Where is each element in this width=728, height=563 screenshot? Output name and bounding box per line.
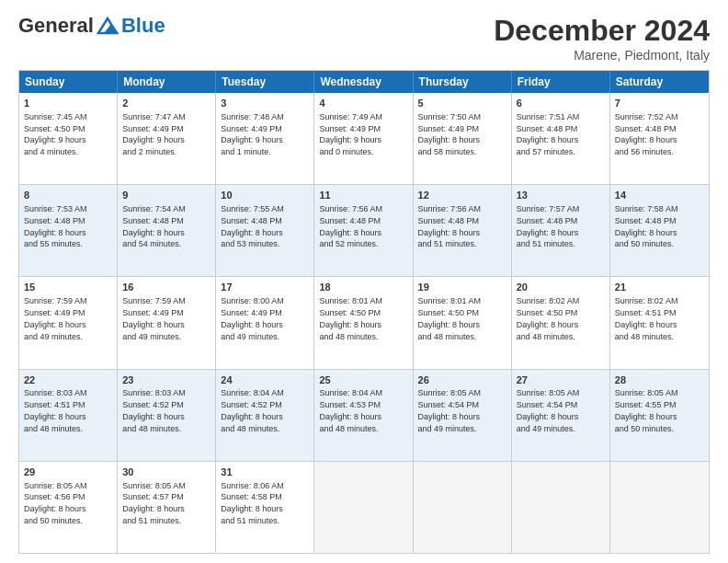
day-info: Sunrise: 7:56 AMSunset: 4:48 PMDaylight:… xyxy=(319,204,382,248)
day-cell-5: 5Sunrise: 7:50 AMSunset: 4:49 PMDaylight… xyxy=(414,93,512,184)
calendar-row-4: 22Sunrise: 8:03 AMSunset: 4:51 PMDayligh… xyxy=(19,369,709,461)
day-number: 29 xyxy=(24,465,112,479)
day-cell-19: 19Sunrise: 8:01 AMSunset: 4:50 PMDayligh… xyxy=(414,277,512,368)
day-cell-30: 30Sunrise: 8:05 AMSunset: 4:57 PMDayligh… xyxy=(118,462,216,553)
day-cell-20: 20Sunrise: 8:02 AMSunset: 4:50 PMDayligh… xyxy=(512,277,610,368)
day-number: 15 xyxy=(24,281,112,294)
calendar-header: SundayMondayTuesdayWednesdayThursdayFrid… xyxy=(19,71,709,93)
day-number: 3 xyxy=(221,97,309,110)
day-info: Sunrise: 7:53 AMSunset: 4:48 PMDaylight:… xyxy=(24,204,87,248)
day-info: Sunrise: 7:47 AMSunset: 4:49 PMDaylight:… xyxy=(122,112,186,156)
day-info: Sunrise: 7:58 AMSunset: 4:48 PMDaylight:… xyxy=(615,204,678,248)
page: General Blue December 2024 Marene, Piedm… xyxy=(0,0,728,563)
day-number: 8 xyxy=(24,189,112,202)
day-cell-25: 25Sunrise: 8:04 AMSunset: 4:53 PMDayligh… xyxy=(314,370,413,461)
day-info: Sunrise: 7:50 AMSunset: 4:49 PMDaylight:… xyxy=(418,112,482,156)
day-info: Sunrise: 8:03 AMSunset: 4:52 PMDaylight:… xyxy=(122,388,186,432)
day-cell-27: 27Sunrise: 8:05 AMSunset: 4:54 PMDayligh… xyxy=(512,370,610,461)
logo-icon xyxy=(95,17,120,35)
day-number: 5 xyxy=(418,97,506,110)
header-day-sunday: Sunday xyxy=(19,71,118,93)
location: Marene, Piedmont, Italy xyxy=(494,48,710,63)
day-cell-29: 29Sunrise: 8:05 AMSunset: 4:56 PMDayligh… xyxy=(19,462,118,553)
day-info: Sunrise: 8:05 AMSunset: 4:54 PMDaylight:… xyxy=(517,388,580,432)
header: General Blue December 2024 Marene, Piedm… xyxy=(18,14,710,63)
title-area: December 2024 Marene, Piedmont, Italy xyxy=(494,14,710,63)
day-info: Sunrise: 8:03 AMSunset: 4:51 PMDaylight:… xyxy=(24,388,87,432)
calendar: SundayMondayTuesdayWednesdayThursdayFrid… xyxy=(18,70,710,554)
day-number: 4 xyxy=(319,97,407,110)
day-info: Sunrise: 7:48 AMSunset: 4:49 PMDaylight:… xyxy=(221,112,284,156)
day-number: 7 xyxy=(615,97,704,110)
day-number: 31 xyxy=(221,465,309,479)
day-info: Sunrise: 8:01 AMSunset: 4:50 PMDaylight:… xyxy=(418,296,482,340)
day-number: 11 xyxy=(319,189,407,202)
calendar-row-2: 8Sunrise: 7:53 AMSunset: 4:48 PMDaylight… xyxy=(19,184,709,276)
day-number: 2 xyxy=(122,97,210,110)
day-cell-22: 22Sunrise: 8:03 AMSunset: 4:51 PMDayligh… xyxy=(19,370,118,461)
day-info: Sunrise: 7:49 AMSunset: 4:49 PMDaylight:… xyxy=(319,112,382,156)
day-cell-13: 13Sunrise: 7:57 AMSunset: 4:48 PMDayligh… xyxy=(512,185,610,276)
day-info: Sunrise: 7:52 AMSunset: 4:48 PMDaylight:… xyxy=(615,112,678,156)
svg-marker-1 xyxy=(104,24,119,33)
day-number: 28 xyxy=(615,373,704,387)
day-cell-28: 28Sunrise: 8:05 AMSunset: 4:55 PMDayligh… xyxy=(610,370,709,461)
logo-blue: Blue xyxy=(121,14,165,38)
header-day-friday: Friday xyxy=(512,71,610,93)
calendar-row-1: 1Sunrise: 7:45 AMSunset: 4:50 PMDaylight… xyxy=(19,93,709,184)
empty-cell xyxy=(414,462,512,553)
day-number: 17 xyxy=(221,281,309,294)
day-info: Sunrise: 7:59 AMSunset: 4:49 PMDaylight:… xyxy=(24,296,87,340)
day-number: 23 xyxy=(122,373,210,387)
day-info: Sunrise: 7:45 AMSunset: 4:50 PMDaylight:… xyxy=(24,112,87,156)
calendar-body: 1Sunrise: 7:45 AMSunset: 4:50 PMDaylight… xyxy=(19,93,709,553)
day-number: 22 xyxy=(24,373,112,387)
day-info: Sunrise: 7:55 AMSunset: 4:48 PMDaylight:… xyxy=(221,204,284,248)
day-cell-4: 4Sunrise: 7:49 AMSunset: 4:49 PMDaylight… xyxy=(314,93,413,184)
logo-area: General Blue xyxy=(18,14,165,38)
day-info: Sunrise: 7:59 AMSunset: 4:49 PMDaylight:… xyxy=(122,296,186,340)
day-cell-15: 15Sunrise: 7:59 AMSunset: 4:49 PMDayligh… xyxy=(19,277,118,368)
day-info: Sunrise: 8:05 AMSunset: 4:56 PMDaylight:… xyxy=(24,481,87,525)
day-info: Sunrise: 8:05 AMSunset: 4:54 PMDaylight:… xyxy=(418,388,482,432)
day-cell-23: 23Sunrise: 8:03 AMSunset: 4:52 PMDayligh… xyxy=(118,370,216,461)
calendar-row-5: 29Sunrise: 8:05 AMSunset: 4:56 PMDayligh… xyxy=(19,461,709,553)
header-day-monday: Monday xyxy=(118,71,216,93)
day-cell-24: 24Sunrise: 8:04 AMSunset: 4:52 PMDayligh… xyxy=(216,370,314,461)
day-cell-2: 2Sunrise: 7:47 AMSunset: 4:49 PMDaylight… xyxy=(118,93,216,184)
day-number: 27 xyxy=(517,373,605,387)
day-cell-8: 8Sunrise: 7:53 AMSunset: 4:48 PMDaylight… xyxy=(19,185,118,276)
empty-cell xyxy=(610,462,709,553)
day-number: 24 xyxy=(221,373,309,387)
header-day-saturday: Saturday xyxy=(610,71,709,93)
day-cell-1: 1Sunrise: 7:45 AMSunset: 4:50 PMDaylight… xyxy=(19,93,118,184)
day-cell-17: 17Sunrise: 8:00 AMSunset: 4:49 PMDayligh… xyxy=(216,277,314,368)
day-number: 25 xyxy=(319,373,407,387)
day-info: Sunrise: 8:02 AMSunset: 4:50 PMDaylight:… xyxy=(517,296,580,340)
day-info: Sunrise: 8:04 AMSunset: 4:52 PMDaylight:… xyxy=(221,388,284,432)
empty-cell xyxy=(314,462,413,553)
day-info: Sunrise: 8:01 AMSunset: 4:50 PMDaylight:… xyxy=(319,296,382,340)
day-number: 21 xyxy=(615,281,704,294)
day-cell-21: 21Sunrise: 8:02 AMSunset: 4:51 PMDayligh… xyxy=(610,277,709,368)
day-info: Sunrise: 8:05 AMSunset: 4:57 PMDaylight:… xyxy=(122,481,186,525)
day-cell-7: 7Sunrise: 7:52 AMSunset: 4:48 PMDaylight… xyxy=(610,93,709,184)
day-cell-18: 18Sunrise: 8:01 AMSunset: 4:50 PMDayligh… xyxy=(314,277,413,368)
day-info: Sunrise: 7:54 AMSunset: 4:48 PMDaylight:… xyxy=(122,204,186,248)
day-cell-16: 16Sunrise: 7:59 AMSunset: 4:49 PMDayligh… xyxy=(118,277,216,368)
day-info: Sunrise: 7:51 AMSunset: 4:48 PMDaylight:… xyxy=(517,112,580,156)
day-cell-26: 26Sunrise: 8:05 AMSunset: 4:54 PMDayligh… xyxy=(414,370,512,461)
header-day-wednesday: Wednesday xyxy=(314,71,413,93)
day-cell-10: 10Sunrise: 7:55 AMSunset: 4:48 PMDayligh… xyxy=(216,185,314,276)
day-number: 13 xyxy=(517,189,605,202)
day-cell-11: 11Sunrise: 7:56 AMSunset: 4:48 PMDayligh… xyxy=(314,185,413,276)
day-info: Sunrise: 8:00 AMSunset: 4:49 PMDaylight:… xyxy=(221,296,284,340)
day-cell-3: 3Sunrise: 7:48 AMSunset: 4:49 PMDaylight… xyxy=(216,93,314,184)
day-number: 10 xyxy=(221,189,309,202)
empty-cell xyxy=(512,462,610,553)
day-number: 16 xyxy=(122,281,210,294)
day-number: 9 xyxy=(122,189,210,202)
day-number: 20 xyxy=(517,281,605,294)
day-info: Sunrise: 8:06 AMSunset: 4:58 PMDaylight:… xyxy=(221,481,284,525)
day-cell-31: 31Sunrise: 8:06 AMSunset: 4:58 PMDayligh… xyxy=(216,462,314,553)
